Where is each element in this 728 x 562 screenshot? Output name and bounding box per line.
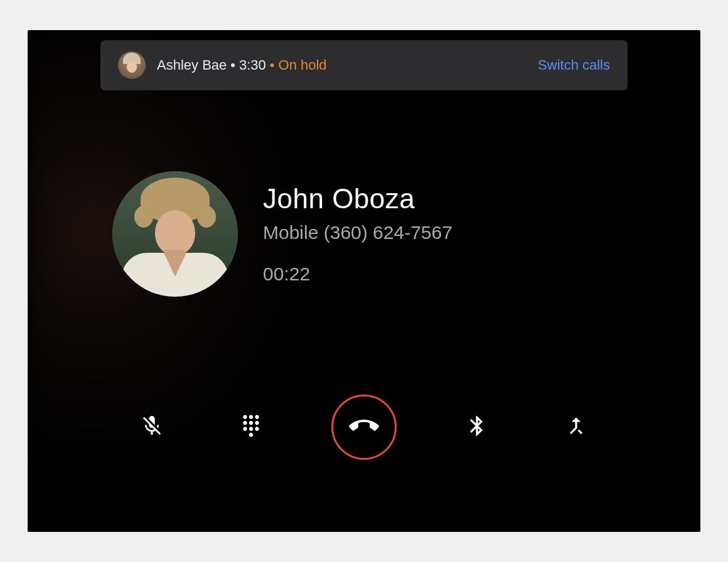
hangup-icon	[349, 411, 379, 443]
merge-icon	[564, 414, 588, 440]
dialpad-button[interactable]	[232, 408, 270, 446]
held-call-text: Ashley Bae • 3:30 • On hold	[157, 57, 327, 73]
mic-off-icon	[140, 414, 164, 440]
held-call-banner: Ashley Bae • 3:30 • On hold Switch calls	[100, 40, 628, 90]
dialpad-icon	[239, 414, 263, 440]
active-caller-info: John Oboza Mobile (360) 624-7567 00:22	[112, 171, 452, 297]
end-call-button[interactable]	[331, 395, 397, 460]
held-caller-avatar	[118, 51, 146, 79]
held-call-status: On hold	[279, 57, 327, 73]
separator-dot: •	[230, 57, 235, 73]
active-caller-number: Mobile (360) 624-7567	[263, 222, 452, 243]
merge-calls-button[interactable]	[557, 408, 595, 446]
bluetooth-icon	[465, 414, 489, 440]
held-call-time: 3:30	[239, 57, 266, 73]
held-caller-name: Ashley Bae	[157, 57, 227, 73]
separator-dot: •	[270, 57, 275, 73]
active-caller-text: John Oboza Mobile (360) 624-7567 00:22	[263, 183, 452, 285]
call-controls	[28, 395, 700, 460]
switch-calls-button[interactable]: Switch calls	[538, 57, 610, 73]
active-caller-avatar	[112, 171, 238, 297]
call-screen: Ashley Bae • 3:30 • On hold Switch calls…	[28, 30, 700, 532]
active-caller-name: John Oboza	[263, 183, 452, 215]
call-duration: 00:22	[263, 263, 452, 285]
bluetooth-button[interactable]	[458, 408, 496, 446]
mute-button[interactable]	[133, 408, 171, 446]
